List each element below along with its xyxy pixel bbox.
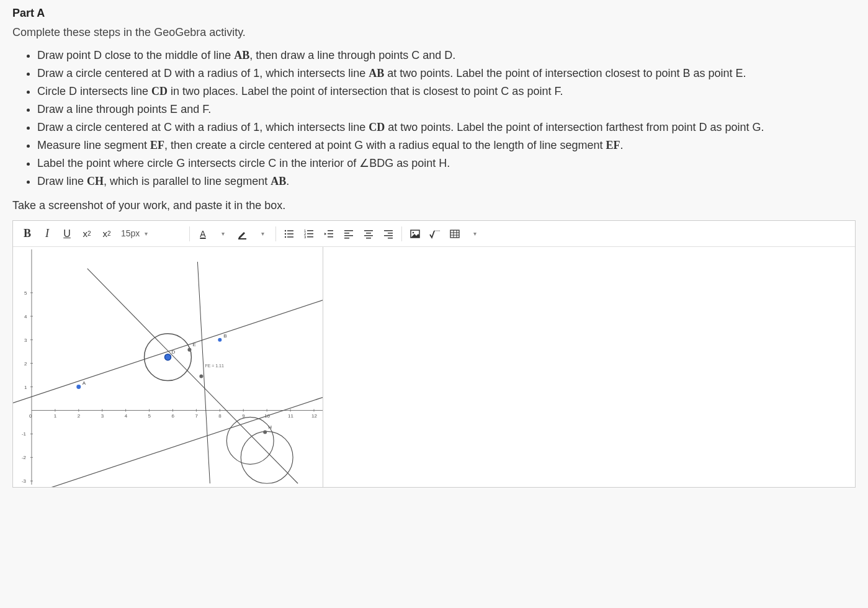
svg-point-94 — [199, 375, 203, 378]
align-right-button[interactable] — [379, 225, 398, 243]
svg-text:4: 4 — [24, 314, 27, 320]
align-right-icon — [383, 228, 394, 239]
svg-point-1 — [285, 230, 286, 231]
underline-button[interactable]: U — [58, 225, 76, 243]
svg-text:0: 0 — [29, 413, 32, 419]
geogebra-plot: 0 1 2 3 4 5 6 7 8 9 10 11 12 5 4 — [13, 247, 323, 487]
svg-rect-6 — [287, 236, 293, 238]
formula-icon — [429, 228, 441, 239]
svg-text:E: E — [192, 342, 195, 347]
insert-formula-button[interactable] — [426, 225, 444, 243]
svg-rect-27 — [388, 238, 393, 239]
svg-line-81 — [197, 262, 210, 483]
svg-rect-19 — [344, 238, 349, 239]
svg-point-90 — [165, 354, 171, 360]
svg-text:3: 3 — [24, 338, 27, 343]
svg-rect-23 — [366, 238, 371, 239]
svg-text:3: 3 — [101, 413, 104, 419]
svg-rect-20 — [364, 230, 373, 231]
svg-text:1: 1 — [54, 413, 57, 419]
svg-text:B: B — [223, 333, 226, 339]
geogebra-screenshot: 0 1 2 3 4 5 6 7 8 9 10 11 12 5 4 — [13, 247, 323, 487]
svg-rect-21 — [366, 233, 371, 234]
highlight-icon — [237, 228, 248, 239]
svg-rect-17 — [344, 233, 349, 234]
separator — [189, 226, 190, 241]
align-left-button[interactable] — [339, 225, 358, 243]
intro-text: Complete these steps in the GeoGebra act… — [12, 24, 856, 41]
svg-rect-13 — [328, 230, 333, 231]
align-center-icon — [363, 228, 374, 239]
step-item: Measure line segment EF, then create a c… — [37, 137, 856, 154]
highlight-button[interactable] — [233, 225, 252, 243]
svg-rect-2 — [287, 230, 293, 231]
separator — [401, 226, 402, 241]
svg-text:4: 4 — [125, 413, 128, 419]
outdent-icon — [323, 228, 334, 239]
chevron-down-icon: ▾ — [145, 229, 148, 238]
step-item: Draw a circle centered at C with a radiu… — [37, 119, 856, 136]
svg-text:5: 5 — [148, 413, 151, 419]
svg-point-84 — [226, 417, 274, 464]
step-item: Draw a line through points E and F. — [37, 101, 856, 118]
svg-rect-26 — [384, 235, 393, 236]
step-item: Label the point where circle G intersect… — [37, 155, 856, 172]
fontsize-select[interactable]: 15px▾ — [117, 225, 186, 243]
svg-text:7: 7 — [195, 413, 198, 419]
svg-point-92 — [187, 348, 191, 352]
svg-rect-22 — [364, 235, 373, 236]
bullet-list-icon — [284, 228, 295, 239]
steps-list: Draw point D close to the middle of line… — [37, 47, 856, 190]
svg-rect-0 — [238, 238, 246, 239]
svg-rect-18 — [344, 235, 353, 236]
superscript-button[interactable]: x2 — [78, 225, 96, 243]
svg-rect-25 — [388, 233, 393, 234]
part-title: Part A — [12, 5, 856, 22]
insert-image-button[interactable] — [406, 225, 424, 243]
bullet-list-button[interactable] — [280, 225, 298, 243]
highlight-menu[interactable]: ▾ — [253, 225, 272, 243]
svg-rect-14 — [328, 233, 333, 235]
svg-point-86 — [76, 385, 81, 389]
svg-rect-31 — [450, 230, 459, 238]
svg-point-5 — [285, 236, 286, 237]
editor-empty-area[interactable] — [323, 247, 855, 487]
svg-text:3: 3 — [304, 235, 306, 239]
svg-line-80 — [87, 269, 298, 483]
editor-canvas[interactable]: 0 1 2 3 4 5 6 7 8 9 10 11 12 5 4 — [13, 247, 855, 487]
svg-point-95 — [263, 430, 267, 434]
table-menu[interactable]: ▾ — [465, 225, 484, 243]
rich-text-editor: B I U x2 x2 15px▾ A ▾ ▾ 123 — [12, 220, 856, 488]
align-left-icon — [343, 228, 354, 239]
svg-line-79 — [13, 300, 323, 403]
outdent-button[interactable] — [320, 225, 338, 243]
svg-text:-1: -1 — [22, 431, 27, 437]
numbered-list-button[interactable]: 123 — [300, 225, 318, 243]
svg-text:2: 2 — [78, 413, 81, 419]
align-center-button[interactable] — [359, 225, 378, 243]
svg-rect-4 — [287, 233, 293, 235]
svg-text:-2: -2 — [22, 455, 27, 460]
italic-button[interactable]: I — [38, 225, 56, 243]
subscript-button[interactable]: x2 — [97, 225, 116, 243]
bold-button[interactable]: B — [18, 225, 37, 243]
numbered-list-icon: 123 — [303, 228, 315, 239]
svg-rect-8 — [307, 230, 313, 231]
step-item: Circle D intersects line CD in two place… — [37, 83, 856, 100]
svg-point-3 — [285, 233, 286, 234]
svg-text:6: 6 — [171, 413, 174, 419]
image-icon — [409, 228, 421, 239]
svg-rect-16 — [344, 230, 353, 231]
svg-text:5: 5 — [24, 290, 27, 296]
separator — [275, 226, 276, 241]
font-color-menu[interactable]: ▾ — [213, 225, 232, 243]
svg-text:2: 2 — [24, 361, 27, 367]
svg-text:12: 12 — [311, 413, 317, 419]
closing-text: Take a screenshot of your work, and past… — [12, 197, 856, 214]
svg-text:FE = 1.11: FE = 1.11 — [205, 364, 224, 368]
font-color-button[interactable]: A — [194, 225, 212, 243]
table-icon — [449, 228, 460, 239]
svg-text:1: 1 — [24, 385, 27, 390]
insert-table-button[interactable] — [445, 225, 464, 243]
svg-line-82 — [32, 398, 323, 488]
